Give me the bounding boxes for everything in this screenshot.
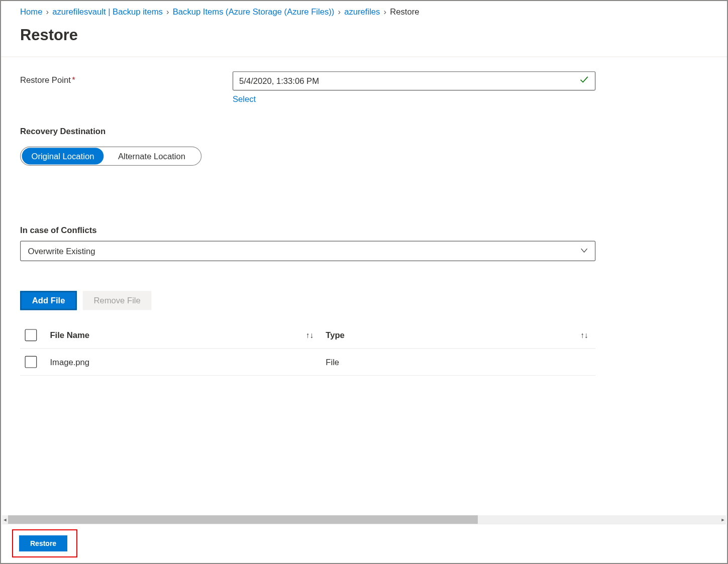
scroll-right-arrow-icon[interactable]: ►	[720, 515, 726, 524]
restore-point-label: Restore Point*	[20, 71, 233, 84]
restore-button[interactable]: Restore	[19, 535, 67, 551]
breadcrumb-home[interactable]: Home	[20, 7, 42, 17]
conflicts-select[interactable]: Overwrite Existing	[20, 241, 595, 261]
select-all-checkbox[interactable]	[25, 329, 37, 341]
restore-point-value: 5/4/2020, 1:33:06 PM	[239, 76, 579, 86]
footer: Restore	[2, 524, 726, 562]
table-header: File Name ↑↓ Type ↑↓	[20, 323, 595, 349]
file-name-cell: Image.png	[50, 357, 89, 367]
breadcrumb-backup-items[interactable]: Backup Items (Azure Storage (Azure Files…	[173, 7, 335, 17]
file-table: File Name ↑↓ Type ↑↓ Image.png File	[20, 323, 595, 376]
breadcrumb-vault[interactable]: azurefilesvault | Backup items	[52, 7, 163, 17]
restore-point-input[interactable]: 5/4/2020, 1:33:06 PM	[233, 71, 595, 90]
breadcrumb-current: Restore	[390, 7, 419, 17]
checkmark-icon	[579, 75, 589, 87]
conflicts-value: Overwrite Existing	[28, 246, 95, 256]
horizontal-scrollbar[interactable]: ◄ ►	[2, 515, 726, 524]
add-file-button[interactable]: Add File	[20, 291, 77, 310]
select-link[interactable]: Select	[233, 94, 256, 103]
chevron-right-icon: ›	[166, 7, 169, 17]
column-file-name[interactable]: File Name	[50, 330, 89, 340]
breadcrumb-azurefiles[interactable]: azurefiles	[344, 7, 380, 17]
recovery-destination-heading: Recovery Destination	[20, 126, 710, 136]
conflicts-label: In case of Conflicts	[20, 225, 710, 235]
toggle-original-location[interactable]: Original Location	[22, 148, 104, 164]
row-checkbox[interactable]	[25, 356, 37, 368]
chevron-right-icon: ›	[338, 7, 341, 17]
title-bar: Restore	[1, 21, 728, 57]
file-type-cell: File	[326, 357, 339, 367]
scroll-left-arrow-icon[interactable]: ◄	[2, 515, 8, 524]
toggle-alternate-location[interactable]: Alternate Location	[109, 148, 195, 164]
remove-file-button: Remove File	[83, 291, 151, 310]
breadcrumb: Home › azurefilesvault | Backup items › …	[1, 1, 728, 21]
column-type[interactable]: Type	[326, 330, 345, 340]
chevron-right-icon: ›	[384, 7, 387, 17]
sort-icon[interactable]: ↑↓	[306, 330, 314, 340]
scroll-thumb[interactable]	[8, 515, 478, 524]
location-toggle: Original Location Alternate Location	[20, 147, 201, 166]
required-indicator: *	[72, 75, 75, 84]
chevron-down-icon	[581, 247, 588, 256]
chevron-right-icon: ›	[46, 7, 49, 17]
page-title: Restore	[20, 26, 710, 45]
table-row[interactable]: Image.png File	[20, 349, 595, 376]
highlight-annotation: Restore	[12, 529, 77, 557]
sort-icon[interactable]: ↑↓	[581, 330, 588, 340]
